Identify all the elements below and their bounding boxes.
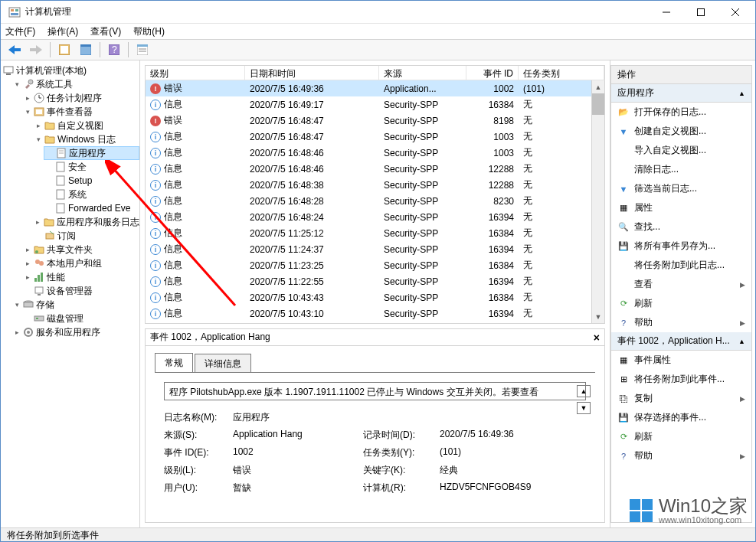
expand-icon[interactable]: ▾ <box>22 108 33 116</box>
event-row[interactable]: i信息2020/7/5 16:48:47Security-SPP1003无 <box>146 129 604 145</box>
expand-icon[interactable]: ▾ <box>11 80 22 88</box>
scrollbar-vertical[interactable]: ▲ ▼ <box>591 80 604 323</box>
action-properties[interactable]: ▦属性 <box>611 198 751 217</box>
tree-security[interactable]: 安全 <box>44 160 139 174</box>
action-open-saved-log[interactable]: 📂打开保存的日志... <box>611 103 751 122</box>
expand-icon[interactable]: ▾ <box>11 301 22 309</box>
event-row[interactable]: i信息2020/7/5 16:48:46Security-SPP12288无 <box>146 161 604 177</box>
tree-app-service-logs[interactable]: ▸ 应用程序和服务日志 <box>33 215 139 229</box>
event-row[interactable]: i信息2020/7/5 11:25:12Security-SPP16384无 <box>146 225 604 241</box>
action-clear-log[interactable]: 清除日志... <box>611 160 751 179</box>
back-button[interactable] <box>5 41 24 58</box>
expand-icon[interactable]: ▸ <box>22 246 33 253</box>
event-list[interactable]: !错误2020/7/5 16:49:36Application...1002(1… <box>145 80 605 324</box>
tree-services-applications[interactable]: ▸ 服务和应用程序 <box>11 325 139 339</box>
action-refresh-event[interactable]: ⟳刷新 <box>611 427 751 446</box>
action-group-application[interactable]: 应用程序 ▲ <box>611 84 751 103</box>
expand-icon[interactable]: ▾ <box>33 136 44 143</box>
menu-help[interactable]: 帮助(H) <box>133 25 165 38</box>
action-view[interactable]: 查看▶ <box>611 275 751 294</box>
col-eventid[interactable]: 事件 ID <box>466 66 519 80</box>
col-task[interactable]: 任务类别 <box>519 66 604 80</box>
menu-action[interactable]: 操作(A) <box>47 25 78 38</box>
tree-custom-views[interactable]: ▸ 自定义视图 <box>33 119 139 132</box>
tree-shared-folders[interactable]: ▸ 共享文件夹 <box>22 243 139 256</box>
tree-application[interactable]: 应用程序 <box>44 146 139 160</box>
event-row[interactable]: !错误2020/7/5 16:49:36Application...1002(1… <box>146 80 604 96</box>
tree-performance[interactable]: ▸ 性能 <box>22 270 139 284</box>
event-row[interactable]: i信息2020/7/5 16:48:28Security-SPP8230无 <box>146 193 604 209</box>
toolbar-panel-icon[interactable] <box>77 41 95 58</box>
event-row[interactable]: i信息2020/7/5 16:48:46Security-SPP1003无 <box>146 145 604 161</box>
action-copy[interactable]: ⿻复制▶ <box>611 389 751 408</box>
event-row[interactable]: i信息2020/7/5 10:43:10Security-SPP16394无 <box>146 305 604 322</box>
tree-task-scheduler[interactable]: ▸ 任务计划程序 <box>22 91 139 105</box>
col-level[interactable]: 级别 <box>146 66 245 80</box>
event-row[interactable]: i信息2020/7/5 16:48:38Security-SPP12288无 <box>146 177 604 193</box>
action-find[interactable]: 🔍查找... <box>611 217 751 237</box>
tree-event-viewer[interactable]: ▾ 事件查看器 <box>22 105 139 119</box>
tree-setup[interactable]: Setup <box>44 174 139 188</box>
action-help[interactable]: ?帮助▶ <box>611 313 751 332</box>
action-filter-log[interactable]: ▼筛选当前日志... <box>611 179 751 198</box>
action-save-selected[interactable]: 💾保存选择的事件... <box>611 408 751 427</box>
action-create-custom-view[interactable]: ▼创建自定义视图... <box>611 122 751 141</box>
close-button[interactable] <box>718 1 752 24</box>
expand-icon[interactable]: ▸ <box>22 94 33 102</box>
action-import-custom-view[interactable]: 导入自定义视图... <box>611 141 751 160</box>
event-row[interactable]: i信息2020/7/5 11:22:55Security-SPP16394无 <box>146 273 604 289</box>
event-row[interactable]: i信息2020/7/5 10:43:43Security-SPP16384无 <box>146 289 604 305</box>
tree-subscriptions[interactable]: 订阅 <box>33 229 139 243</box>
toolbar-help-icon[interactable]: ? <box>105 41 123 58</box>
tree-device-manager[interactable]: 设备管理器 <box>22 284 139 298</box>
scroll-up-icon[interactable]: ▲ <box>592 80 604 93</box>
tree-disk-management[interactable]: 磁盘管理 <box>22 312 139 325</box>
menu-file[interactable]: 文件(F) <box>5 25 35 38</box>
event-row[interactable]: i信息2020/7/5 10:41:02Security-SPP16384无 <box>146 322 604 324</box>
action-event-properties[interactable]: ▦事件属性 <box>611 351 751 370</box>
tree-system-tools[interactable]: ▾ 系统工具 <box>11 77 139 91</box>
detail-close-icon[interactable]: × <box>594 331 600 344</box>
tree-system[interactable]: 系统 <box>44 188 139 201</box>
tree-windows-logs[interactable]: ▾ Windows 日志 <box>33 132 139 146</box>
menu-view[interactable]: 查看(V) <box>90 25 121 38</box>
collapse-icon[interactable]: ▲ <box>738 338 745 345</box>
action-group-event[interactable]: 事件 1002，Application H... ▲ <box>611 332 751 351</box>
action-attach-task-event[interactable]: ⊞将任务附加到此事件... <box>611 370 751 389</box>
collapse-icon[interactable]: ▲ <box>738 90 745 97</box>
event-row[interactable]: i信息2020/7/5 11:24:37Security-SPP16394无 <box>146 241 604 257</box>
minimize-button[interactable] <box>649 1 683 24</box>
tab-details[interactable]: 详细信息 <box>195 354 251 374</box>
forward-button[interactable] <box>27 41 45 58</box>
event-id: 8198 <box>466 114 519 128</box>
col-datetime[interactable]: 日期和时间 <box>245 66 379 80</box>
tab-general[interactable]: 常规 <box>155 353 193 373</box>
scroll-down-button[interactable]: ▼ <box>577 402 591 414</box>
expand-icon[interactable]: ▸ <box>33 218 44 226</box>
event-row[interactable]: i信息2020/7/5 11:23:25Security-SPP16384无 <box>146 257 604 273</box>
action-attach-task-log[interactable]: 将任务附加到此日志... <box>611 256 751 275</box>
tree-local-users-groups[interactable]: ▸ 本地用户和组 <box>22 256 139 270</box>
expand-icon[interactable]: ▸ <box>22 260 33 267</box>
scroll-up-button[interactable]: ▲ <box>577 385 591 397</box>
maximize-button[interactable] <box>683 1 718 24</box>
event-row[interactable]: i信息2020/7/5 16:49:17Security-SPP16384无 <box>146 96 604 113</box>
expand-icon[interactable]: ▸ <box>22 273 33 281</box>
svg-rect-31 <box>57 162 64 171</box>
scroll-thumb[interactable] <box>592 93 604 115</box>
action-save-all[interactable]: 💾将所有事件另存为... <box>611 237 751 256</box>
event-id: 16384 <box>466 323 519 325</box>
col-source[interactable]: 来源 <box>379 66 466 80</box>
tree-storage[interactable]: ▾ 存储 <box>11 298 139 312</box>
expand-icon[interactable]: ▸ <box>11 328 22 336</box>
action-refresh[interactable]: ⟳刷新 <box>611 294 751 313</box>
toolbar-list-icon[interactable] <box>133 41 152 58</box>
action-help-event[interactable]: ?帮助▶ <box>611 446 751 465</box>
scroll-down-icon[interactable]: ▼ <box>592 310 604 323</box>
event-row[interactable]: i信息2020/7/5 16:48:24Security-SPP16394无 <box>146 209 604 225</box>
toolbar-properties-icon[interactable] <box>55 41 74 58</box>
tree-forwarded-events[interactable]: Forwarded Eve <box>44 201 139 215</box>
event-row[interactable]: !错误2020/7/5 16:48:47Security-SPP8198无 <box>146 113 604 129</box>
expand-icon[interactable]: ▸ <box>33 122 44 129</box>
tree-root[interactable]: 计算机管理(本地) <box>1 64 139 77</box>
